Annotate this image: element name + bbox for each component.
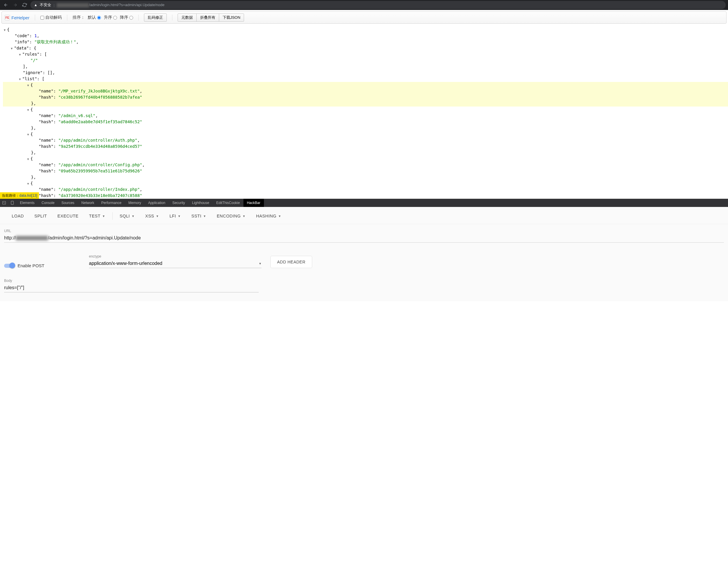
metadata-button[interactable]: 元数据 [178, 13, 197, 22]
insecure-label: 不安全 [40, 2, 51, 8]
svg-rect-1 [11, 201, 13, 204]
devtools-tab-memory[interactable]: Memory [125, 199, 145, 207]
forward-button[interactable] [12, 1, 19, 8]
json-viewer: { "code": 1, "info": "获取文件列表成功！", "data"… [0, 24, 728, 199]
sort-desc-radio[interactable]: 降序 [120, 15, 133, 20]
json-path-indicator: 当前路径：data.list[13] [0, 192, 39, 199]
chevron-down-icon: ▼ [278, 214, 281, 218]
sort-asc-radio[interactable]: 升序 [104, 15, 117, 20]
collapse-all-button[interactable]: 折叠所有 [196, 13, 219, 22]
download-json-button[interactable]: 下载JSON [219, 13, 244, 22]
execute-button[interactable]: EXECUTE [52, 214, 84, 218]
devtools-tab-hackbar[interactable]: HackBar [243, 199, 264, 207]
chevron-down-icon: ▼ [156, 214, 159, 218]
load-button[interactable]: LOAD [6, 214, 29, 218]
devtools-tab-editthiscookie[interactable]: EditThisCookie [213, 199, 243, 207]
body-input[interactable]: rules=["/"] [4, 283, 259, 293]
enable-post-toggle[interactable] [4, 264, 15, 268]
collapse-icon[interactable] [26, 106, 30, 113]
encoding-menu[interactable]: ENCODING ▼ [212, 214, 251, 218]
collapse-icon[interactable] [26, 180, 30, 186]
chevron-down-icon: ▼ [132, 214, 135, 218]
chevron-down-icon: ▼ [178, 214, 181, 218]
lfi-menu[interactable]: LFI ▼ [164, 214, 186, 218]
devtools-tab-performance[interactable]: Performance [98, 199, 125, 207]
chevron-down-icon: ▼ [102, 214, 105, 218]
fehelper-logo: FE FeHelper [5, 15, 30, 20]
chevron-down-icon: ▼ [259, 262, 262, 265]
body-label: Body [4, 278, 259, 283]
devtools-tabs: ElementsConsoleSourcesNetworkPerformance… [0, 199, 728, 207]
devtools-tab-sources[interactable]: Sources [58, 199, 78, 207]
reload-button[interactable] [21, 1, 28, 8]
chevron-down-icon: ▼ [243, 214, 245, 218]
devtools-tab-application[interactable]: Application [145, 199, 169, 207]
fehelper-toolbar: FE FeHelper 自动解码 排序： 默认 升序 降序 乱码修正 元数据 折… [1, 11, 727, 24]
collapse-icon[interactable] [10, 45, 13, 51]
url-input[interactable]: http:///admin/login.html/?s=admin/api.Up… [4, 233, 724, 243]
chevron-down-icon: ▼ [203, 214, 206, 218]
enctype-label: enctype [89, 254, 262, 258]
url-label: URL [4, 229, 724, 233]
autodecode-checkbox[interactable]: 自动解码 [40, 15, 62, 20]
collapse-icon[interactable] [26, 131, 30, 137]
collapse-icon[interactable] [18, 76, 22, 82]
devtools-tab-elements[interactable]: Elements [16, 199, 38, 207]
test-menu[interactable]: TEST ▼ [84, 214, 110, 218]
back-button[interactable] [2, 1, 9, 8]
collapse-icon[interactable] [26, 156, 30, 162]
devtools-tab-security[interactable]: Security [169, 199, 188, 207]
hashing-menu[interactable]: HASHING ▼ [251, 214, 286, 218]
devtools-tab-lighthouse[interactable]: Lighthouse [188, 199, 213, 207]
fix-encoding-button[interactable]: 乱码修正 [144, 13, 167, 22]
devtools-tab-network[interactable]: Network [78, 199, 98, 207]
xss-menu[interactable]: XSS ▼ [140, 214, 164, 218]
enable-post-label: Enable POST [18, 263, 44, 268]
inspect-icon[interactable] [0, 199, 8, 207]
sqli-menu[interactable]: SQLI ▼ [114, 214, 140, 218]
hackbar-panel: LOADSPLITEXECUTE TEST ▼ SQLI ▼XSS ▼LFI ▼… [0, 207, 728, 301]
add-header-button[interactable]: ADD HEADER [270, 256, 312, 268]
split-button[interactable]: SPLIT [29, 214, 52, 218]
collapse-icon[interactable] [18, 51, 22, 57]
ssti-menu[interactable]: SSTI ▼ [186, 214, 212, 218]
device-icon[interactable] [8, 199, 16, 207]
collapse-icon[interactable] [3, 27, 6, 33]
url-bar[interactable]: ▲ 不安全 | /admin/login.html/?s=admin/api.U… [30, 1, 726, 9]
devtools-tab-console[interactable]: Console [38, 199, 58, 207]
enctype-select[interactable]: application/x-www-form-urlencoded ▼ [89, 259, 262, 268]
url-text: /admin/login.html/?s=admin/api.Update/no… [57, 3, 164, 7]
warning-icon: ▲ [34, 3, 37, 7]
sort-default-radio[interactable]: 默认 [88, 15, 101, 20]
collapse-icon[interactable] [26, 82, 30, 88]
